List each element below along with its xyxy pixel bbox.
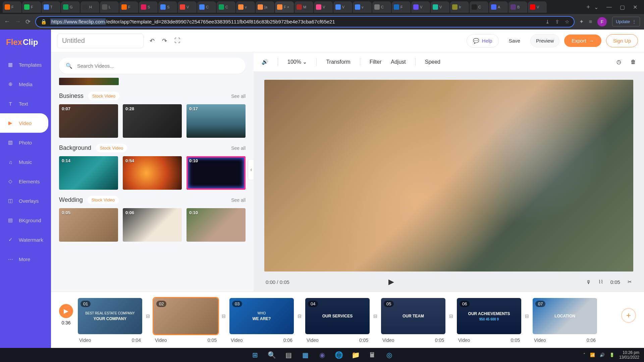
reload-button[interactable]: ⟳ <box>25 18 31 25</box>
browser-tab[interactable]: v <box>236 1 255 13</box>
preview-canvas[interactable] <box>264 80 633 272</box>
browser-tab[interactable]: C <box>470 1 488 13</box>
browser-tab[interactable]: C <box>372 1 391 13</box>
bookmark-icon[interactable]: ☆ <box>565 19 569 25</box>
back-button[interactable]: ← <box>4 18 10 25</box>
stock-video-tag[interactable]: Stock Video <box>88 196 119 204</box>
share-icon[interactable]: ⇪ <box>555 19 559 25</box>
zoom-dropdown[interactable]: 100% ⌄ <box>287 59 307 65</box>
clock[interactable]: 10:26 pm 13/01/2022 <box>619 350 639 360</box>
update-button[interactable]: Update ⋮ <box>612 17 640 26</box>
see-all-link[interactable]: See all <box>231 145 246 151</box>
tab-dropdown-icon[interactable]: ⌄ <box>594 4 598 10</box>
teams-icon[interactable]: ◉ <box>316 349 328 361</box>
sidebar-item-music[interactable]: ♫Music <box>0 152 51 172</box>
browser-tab[interactable]: Ir <box>450 1 469 13</box>
sidebar-item-media[interactable]: ⊕Media <box>0 74 51 94</box>
transition-button[interactable] <box>525 298 529 334</box>
filter-button[interactable]: Filter <box>370 59 382 65</box>
browser-tab[interactable]: V <box>333 1 352 13</box>
browser-tab[interactable]: V <box>178 1 197 13</box>
new-tab-button[interactable]: + <box>583 4 593 11</box>
transition-button[interactable] <box>373 298 378 334</box>
browser-tab[interactable]: T <box>42 1 60 13</box>
redo-button[interactable]: ↷ <box>161 36 168 46</box>
sidebar-item-templates[interactable]: ▦Templates <box>0 55 51 74</box>
browser-tab[interactable]: S <box>139 1 158 13</box>
save-button[interactable]: Save <box>503 35 526 47</box>
start-button[interactable]: ⊞ <box>249 349 261 361</box>
trim-button[interactable]: ✂ <box>628 279 632 285</box>
browser-tab[interactable]: V <box>528 1 547 13</box>
video-thumb[interactable]: 0:10 <box>186 208 246 242</box>
browser-tab[interactable]: A <box>489 1 508 13</box>
browser-tab[interactable]: F <box>119 1 138 13</box>
video-thumb[interactable]: 0:28 <box>123 104 182 138</box>
project-title-input[interactable] <box>57 34 144 48</box>
explorer-icon[interactable]: 📁 <box>349 349 362 361</box>
timeline-clip[interactable]: 05OUR TEAM <box>381 298 445 334</box>
browser-tab[interactable]: V <box>431 1 449 13</box>
sidebar-item-elements[interactable]: ◇Elements <box>0 172 51 191</box>
sidebar-item-watermark[interactable]: ✓Watermark <box>0 230 51 249</box>
browser-tab[interactable]: G <box>61 1 80 13</box>
video-thumb-fragment[interactable] <box>59 78 119 85</box>
add-clip-button[interactable]: + <box>621 308 636 323</box>
window-close-icon[interactable]: ✕ <box>633 4 637 10</box>
volume-button[interactable]: 🔊 <box>262 59 268 65</box>
video-thumb[interactable]: 0:17 <box>186 104 246 138</box>
duration-button[interactable]: ◷ <box>616 59 621 65</box>
browser-tab[interactable]: S <box>158 1 177 13</box>
install-icon[interactable]: ⤓ <box>545 19 550 25</box>
search-input[interactable] <box>77 63 239 69</box>
stock-video-tag[interactable]: Stock Video <box>96 144 127 152</box>
sidebar-item-photo[interactable]: ▧Photo <box>0 133 51 152</box>
edge-icon[interactable]: ◎ <box>383 349 395 361</box>
reading-list-icon[interactable]: ≡ <box>589 19 592 25</box>
battery-icon[interactable]: 🔋 <box>609 353 614 357</box>
fullscreen-button[interactable]: ⛶ <box>173 36 182 46</box>
browser-tab[interactable]: C <box>197 1 216 13</box>
calculator-icon[interactable]: 🖩 <box>366 349 379 361</box>
browser-tab[interactable]: B <box>508 1 527 13</box>
tray-chevron-icon[interactable]: ˄ <box>583 353 585 357</box>
transition-button[interactable] <box>449 298 453 334</box>
profile-avatar[interactable]: F <box>597 17 607 26</box>
sound-icon[interactable]: 🔊 <box>600 353 605 357</box>
transition-button[interactable] <box>221 298 226 334</box>
timeline-clip[interactable]: 01BEST REAL ESTATE COMPANYYOUR COMPANY <box>78 298 142 334</box>
sidebar-item-bkground[interactable]: ▤BKground <box>0 210 51 230</box>
browser-tab[interactable]: V <box>411 1 430 13</box>
split-button[interactable]: ⌇⌇ <box>598 279 603 285</box>
video-thumb[interactable]: 0:05 <box>59 208 118 242</box>
video-thumb[interactable]: 0:14 <box>59 156 118 190</box>
voiceover-button[interactable]: 🎙 <box>586 279 591 285</box>
chrome-icon[interactable]: 🌐 <box>332 349 345 361</box>
undo-button[interactable]: ↶ <box>148 36 156 46</box>
timeline-clip[interactable]: 03WHOWE ARE? <box>229 298 294 334</box>
transition-button[interactable] <box>146 298 150 334</box>
transform-button[interactable]: Transform <box>326 59 350 65</box>
adjust-button[interactable]: Adjust <box>391 59 406 65</box>
signup-button[interactable]: Sign Up <box>606 34 638 47</box>
browser-tab[interactable]: F <box>22 1 41 13</box>
window-minimize-icon[interactable]: — <box>606 4 612 10</box>
see-all-link[interactable]: See all <box>231 197 246 203</box>
preview-button[interactable]: Preview <box>530 34 559 47</box>
stock-video-tag[interactable]: Stock Video <box>88 92 119 100</box>
browser-tab[interactable]: F × <box>275 1 294 13</box>
delete-button[interactable]: 🗑 <box>631 59 636 65</box>
address-bar[interactable]: 🔒 https://www.flexclip.com/editor/app?te… <box>35 16 575 27</box>
timeline-clip[interactable]: 06OUR ACHIEVEMENTS950 45 600 9 <box>457 298 521 334</box>
help-button[interactable]: 💬Help <box>467 34 499 48</box>
speed-button[interactable]: Speed <box>425 59 440 65</box>
search-button[interactable]: 🔍 <box>265 349 278 361</box>
play-button[interactable]: ▶ <box>388 278 394 286</box>
sidebar-item-more[interactable]: ⋯More <box>0 249 51 269</box>
sidebar-item-text[interactable]: TText <box>0 94 51 113</box>
extensions-icon[interactable]: ✦ <box>579 18 584 25</box>
wifi-icon[interactable]: 📶 <box>590 353 595 357</box>
browser-tab[interactable]: [a <box>256 1 274 13</box>
browser-tab[interactable]: M <box>294 1 313 13</box>
see-all-link[interactable]: See all <box>231 94 246 99</box>
